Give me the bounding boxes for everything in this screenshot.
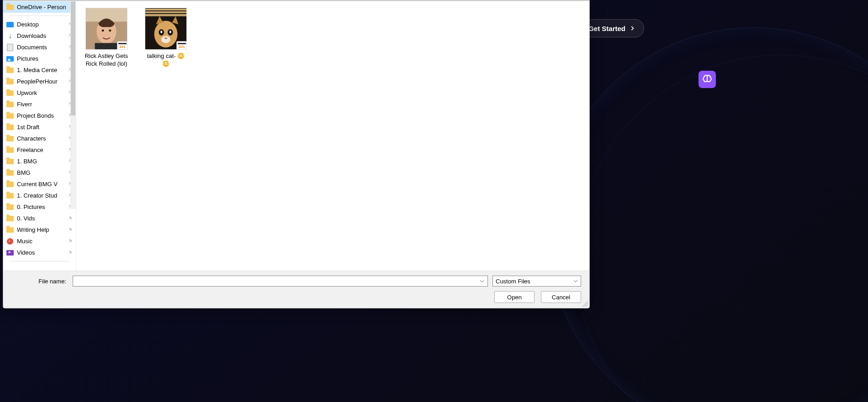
sidebar-item-label: Music [17, 238, 67, 245]
sidebar-item[interactable]: Upwork [3, 87, 76, 99]
cancel-button-label: Cancel [552, 294, 570, 301]
sidebar-item-label: Downloads [17, 32, 67, 39]
folder-icon [6, 146, 14, 154]
sidebar-item-label: Upwork [17, 89, 67, 96]
sidebar-item-label: BMG [17, 169, 67, 176]
music-icon [6, 237, 14, 245]
sidebar-item[interactable]: Characters [3, 133, 76, 144]
file-item[interactable]: 321talking cat- 😳 😳 [144, 8, 188, 68]
videos-icon [6, 249, 14, 257]
pin-icon [67, 215, 73, 222]
sidebar-item[interactable]: ↓Downloads [3, 30, 76, 42]
open-button-label: Open [507, 294, 522, 301]
sidebar-item[interactable]: PeoplePerHour [3, 76, 76, 87]
sidebar-item[interactable]: 1. BMG [3, 156, 76, 167]
sidebar-item-label: PeoplePerHour [17, 78, 67, 85]
svg-point-12 [169, 31, 171, 33]
cancel-button[interactable]: Cancel [541, 291, 581, 303]
sidebar-item[interactable]: Fiverr [3, 99, 76, 110]
svg-point-4 [109, 29, 111, 31]
pics-icon [6, 55, 14, 63]
folder-icon [6, 192, 14, 200]
sidebar-item[interactable]: Pictures [3, 53, 76, 64]
sidebar-item-label: Desktop [17, 21, 67, 28]
sidebar-item-label: Freelance [17, 146, 67, 153]
filename-input[interactable] [75, 277, 478, 285]
sidebar-item[interactable]: Videos [3, 247, 76, 258]
folder-icon [6, 169, 14, 177]
folder-icon [6, 214, 14, 223]
desktop-icon [6, 21, 14, 29]
file-label: Rick Astley Gets Rick Rolled (lol) [85, 52, 128, 68]
sidebar-item-label: 1. Creator Stud [17, 192, 67, 199]
folder-icon [6, 3, 14, 11]
sidebar-item-label: Writing Help [17, 226, 67, 233]
filetype-select[interactable]: Custom Files [492, 276, 581, 287]
folder-icon [6, 226, 14, 234]
folder-icon [6, 66, 14, 74]
video-badge-icon: 321 [176, 41, 187, 50]
scrollbar-thumb[interactable] [71, 1, 75, 115]
file-open-dialog: OneDrive - PersonDesktop↓DownloadsDocume… [3, 0, 590, 308]
filename-label: File name: [11, 278, 66, 285]
filetype-label: Custom Files [496, 278, 573, 285]
sidebar-item-label: Pictures [17, 55, 67, 62]
sidebar: OneDrive - PersonDesktop↓DownloadsDocume… [3, 1, 76, 271]
pin-icon [67, 250, 73, 256]
sidebar-item[interactable]: 1. Media Cente [3, 64, 76, 76]
pin-icon [67, 238, 73, 245]
sidebar-item[interactable]: 1. Creator Stud [3, 190, 76, 201]
filename-input-wrap[interactable] [73, 276, 488, 287]
sidebar-item[interactable]: 0. Vids [3, 213, 76, 224]
sidebar-item[interactable]: Desktop [3, 19, 76, 30]
sidebar-item-label: 0. Pictures [17, 204, 67, 210]
svg-rect-7 [145, 8, 186, 16]
sidebar-item-label: Fiverr [17, 101, 67, 108]
folder-icon [6, 203, 14, 211]
chevron-right-icon [629, 25, 635, 31]
sidebar-item[interactable]: Project Bonds [3, 110, 76, 121]
sidebar-item-label: OneDrive - Person [17, 4, 76, 10]
folder-icon [6, 89, 14, 97]
ai-side-badge[interactable] [699, 71, 716, 88]
filename-dropdown-icon[interactable] [478, 276, 486, 286]
sidebar-item[interactable]: Documents [3, 42, 76, 53]
sidebar-divider [10, 261, 69, 261]
brain-icon [702, 74, 713, 85]
folder-icon [6, 100, 14, 109]
sidebar-item-label: Videos [17, 249, 67, 256]
svg-point-8 [154, 21, 178, 47]
chevron-down-icon [573, 279, 578, 283]
sidebar-item[interactable]: BMG [3, 167, 76, 178]
open-button[interactable]: Open [494, 291, 535, 303]
sidebar-item[interactable]: Music [3, 235, 76, 247]
resize-grip-icon[interactable] [582, 301, 588, 307]
sidebar-item[interactable]: 0. Pictures [3, 201, 76, 213]
folder-icon [6, 135, 14, 143]
sidebar-item[interactable]: Current BMG V [3, 178, 76, 190]
sidebar-item-label: Project Bonds [17, 112, 67, 119]
sidebar-scrollbar[interactable] [70, 1, 76, 209]
button-row: Open Cancel [11, 291, 581, 303]
sidebar-divider [10, 16, 69, 16]
file-thumbnail: 321 [85, 8, 127, 50]
folder-icon [6, 180, 14, 188]
folder-icon [6, 157, 14, 166]
dialog-body: OneDrive - PersonDesktop↓DownloadsDocume… [3, 1, 589, 271]
svg-rect-5 [95, 43, 118, 49]
sidebar-item[interactable]: Freelance [3, 144, 76, 156]
folder-icon [6, 78, 14, 86]
file-label: talking cat- 😳 😳 [144, 52, 188, 68]
sidebar-item-label: Current BMG V [17, 181, 67, 188]
sidebar-item[interactable]: 1st Draft [3, 121, 76, 133]
download-icon: ↓ [6, 32, 14, 40]
filename-row: File name: Custom Files [11, 276, 581, 287]
sidebar-item-label: 1. Media Cente [17, 67, 67, 73]
sidebar-item[interactable]: Writing Help [3, 224, 76, 235]
sidebar-item[interactable]: OneDrive - Person [3, 1, 76, 13]
folder-icon [6, 112, 14, 120]
file-list[interactable]: 321Rick Astley Gets Rick Rolled (lol)321… [76, 1, 589, 271]
svg-point-3 [102, 29, 104, 31]
file-item[interactable]: 321Rick Astley Gets Rick Rolled (lol) [85, 8, 128, 68]
sidebar-item-label: 1st Draft [17, 124, 67, 131]
